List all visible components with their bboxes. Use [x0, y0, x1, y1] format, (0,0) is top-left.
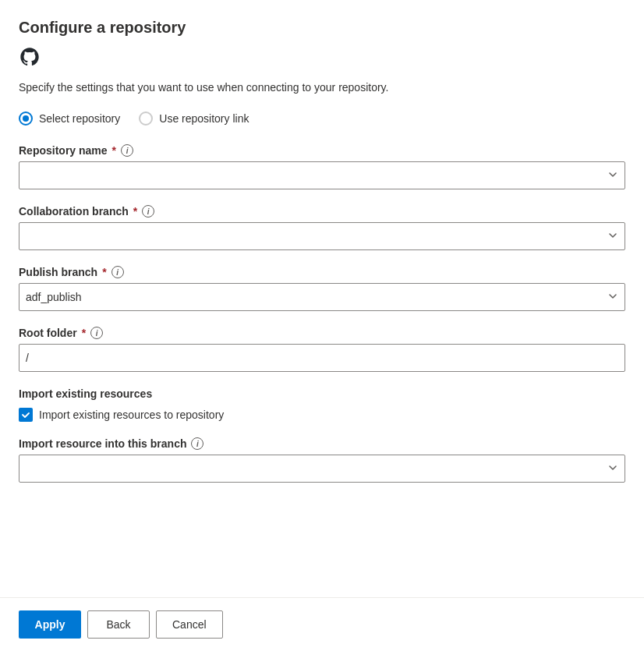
publish-branch-select-wrapper: adf_publish — [19, 283, 625, 311]
page-title: Configure a repository — [19, 19, 625, 37]
import-section-heading: Import existing resources — [19, 387, 625, 400]
import-branch-label-row: Import resource into this branch i — [19, 437, 625, 450]
import-checkbox-label: Import existing resources to repository — [39, 409, 224, 421]
page-description: Specify the settings that you want to us… — [19, 80, 625, 96]
publish-branch-label-row: Publish branch * i — [19, 266, 625, 278]
radio-group: Select repository Use repository link — [19, 111, 625, 126]
root-folder-required: * — [82, 327, 86, 339]
collab-branch-select[interactable] — [19, 222, 625, 250]
check-icon — [21, 410, 30, 419]
github-icon — [19, 46, 625, 70]
radio-select-repository[interactable]: Select repository — [19, 111, 120, 126]
collab-branch-group: Collaboration branch * i — [19, 205, 625, 250]
repo-name-group: Repository name * i — [19, 144, 625, 189]
back-button[interactable]: Back — [87, 610, 150, 639]
collab-branch-select-wrapper — [19, 222, 625, 250]
content-area: Configure a repository Specify the setti… — [0, 0, 644, 597]
import-section: Import existing resources Import existin… — [19, 387, 625, 422]
import-branch-group: Import resource into this branch i — [19, 437, 625, 483]
publish-branch-select[interactable]: adf_publish — [19, 283, 625, 311]
import-branch-select-wrapper — [19, 455, 625, 483]
radio-circle-select — [19, 111, 33, 126]
apply-button[interactable]: Apply — [19, 610, 81, 639]
import-branch-select[interactable] — [19, 455, 625, 483]
page-container: Configure a repository Specify the setti… — [0, 0, 644, 651]
radio-select-label: Select repository — [39, 112, 120, 125]
radio-use-link[interactable]: Use repository link — [139, 111, 249, 126]
publish-branch-label: Publish branch — [19, 266, 97, 278]
repo-name-label: Repository name — [19, 144, 108, 157]
root-folder-info-icon[interactable]: i — [90, 327, 103, 339]
root-folder-input[interactable] — [19, 344, 625, 372]
radio-link-label: Use repository link — [159, 112, 249, 125]
import-branch-info-icon[interactable]: i — [191, 437, 203, 450]
repo-name-required: * — [112, 144, 116, 157]
publish-branch-required: * — [102, 266, 106, 278]
root-folder-group: Root folder * i — [19, 327, 625, 372]
repo-name-info-icon[interactable]: i — [121, 144, 133, 157]
repo-name-select[interactable] — [19, 161, 625, 189]
repo-name-label-row: Repository name * i — [19, 144, 625, 157]
collab-branch-info-icon[interactable]: i — [142, 205, 154, 218]
collab-branch-label-row: Collaboration branch * i — [19, 205, 625, 218]
import-branch-label: Import resource into this branch — [19, 437, 186, 450]
radio-circle-link — [139, 111, 153, 126]
import-checkbox-box — [19, 408, 33, 422]
collab-branch-label: Collaboration branch — [19, 205, 129, 218]
repo-name-select-wrapper — [19, 161, 625, 189]
root-folder-label: Root folder — [19, 327, 77, 339]
root-folder-label-row: Root folder * i — [19, 327, 625, 339]
collab-branch-required: * — [133, 205, 137, 218]
cancel-button[interactable]: Cancel — [156, 610, 223, 639]
footer-actions: Apply Back Cancel — [0, 598, 644, 651]
import-checkbox-wrapper[interactable]: Import existing resources to repository — [19, 408, 625, 422]
publish-branch-info-icon[interactable]: i — [111, 266, 124, 278]
publish-branch-group: Publish branch * i adf_publish — [19, 266, 625, 311]
